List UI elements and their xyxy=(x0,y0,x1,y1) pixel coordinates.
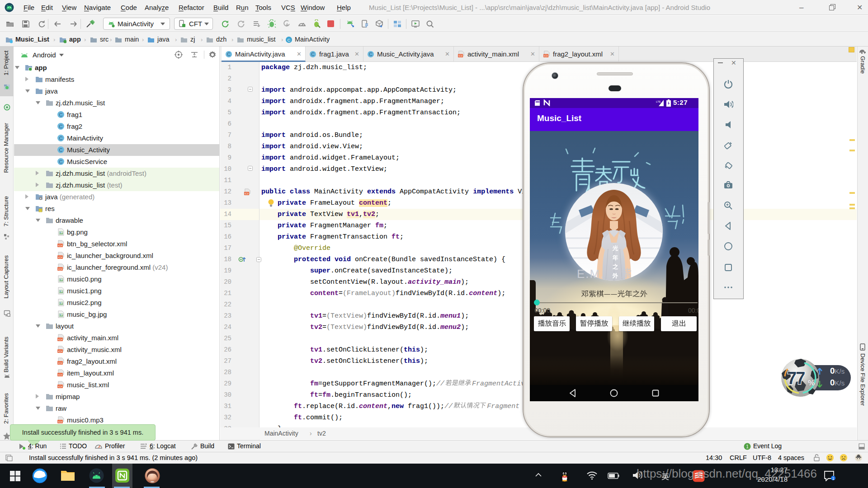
svg-text:C: C xyxy=(59,136,63,141)
svg-text:C: C xyxy=(59,147,63,153)
svg-text:<>: <> xyxy=(58,373,62,377)
svg-text:LTE: LTE xyxy=(656,100,661,103)
svg-text:<>: <> xyxy=(58,338,62,342)
svg-text:<>: <> xyxy=(58,244,62,248)
svg-text:<>: <> xyxy=(458,54,463,58)
svg-text:<>: <> xyxy=(58,361,62,365)
svg-text:<>: <> xyxy=(58,255,62,259)
svg-text:<>: <> xyxy=(58,385,62,389)
svg-text:C: C xyxy=(288,38,291,42)
svg-text:<>: <> xyxy=(58,420,62,424)
svg-text:C: C xyxy=(59,112,63,117)
svg-text:C: C xyxy=(369,52,373,57)
svg-text:<>: <> xyxy=(245,192,249,196)
svg-text:<>: <> xyxy=(58,267,62,271)
svg-text:<>: <> xyxy=(58,349,62,353)
svg-text:C: C xyxy=(59,159,63,164)
svg-text:C: C xyxy=(311,52,315,57)
svg-text:C: C xyxy=(227,52,231,57)
svg-text:%: % xyxy=(808,379,815,387)
svg-text:<>: <> xyxy=(544,54,548,58)
svg-text:C: C xyxy=(59,124,63,129)
svg-text:1: 1 xyxy=(832,476,834,481)
svg-text:77: 77 xyxy=(787,369,805,388)
svg-text:1: 1 xyxy=(746,444,749,449)
